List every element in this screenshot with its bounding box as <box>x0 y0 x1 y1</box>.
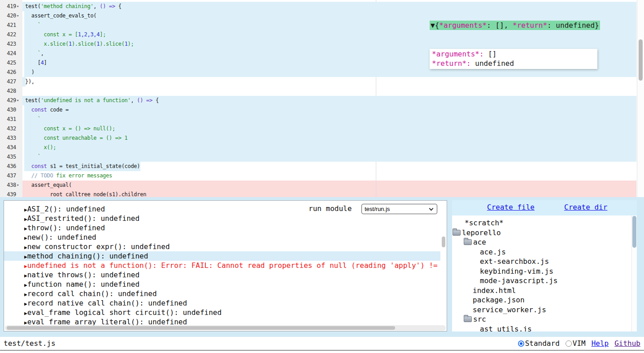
token: ]; <box>100 31 106 38</box>
create-dir-button[interactable]: Create dir <box>564 203 607 211</box>
tree-item-ast-utils-js[interactable]: ast_utils.js <box>452 324 637 332</box>
code-line-427[interactable]: }), <box>25 77 644 86</box>
token: : [], <box>487 21 513 30</box>
file-tree[interactable]: *scratch*leporelloaceace.jsext-searchbox… <box>452 215 637 331</box>
code-line-431[interactable]: ` <box>25 115 644 124</box>
calltree-item-label: undefined is not a function(): Error: FA… <box>27 261 438 270</box>
tree-item-mode-javascript-js[interactable]: mode-javascript.js <box>452 276 637 286</box>
code-line-436[interactable]: const s1 = test_initial_state(code) <box>25 162 644 171</box>
code-line-430[interactable]: const code = <box>25 105 644 115</box>
line-number: 426 <box>0 68 16 77</box>
calltree-hscrollbar[interactable] <box>5 325 446 331</box>
expand-arrow-icon[interactable]: ▶ <box>24 254 27 260</box>
expand-arrow-icon[interactable]: ▶ <box>24 226 27 232</box>
github-link[interactable]: Github <box>614 339 640 348</box>
tree-item-package-json[interactable]: package.json <box>452 295 637 305</box>
code-line-429[interactable]: test('undefined is not a function', () =… <box>25 96 644 105</box>
tree-item-label: src <box>473 314 486 324</box>
token: ); <box>128 41 134 47</box>
value-tooltip-header[interactable]: ▼{*arguments*: [], *return*: undefined} <box>430 21 600 30</box>
expand-arrow-icon[interactable]: ▶ <box>24 263 27 269</box>
token: const unreachable = () => 1 <box>25 135 128 141</box>
tree-item-src[interactable]: src <box>452 314 637 324</box>
tree-item-keybinding-vim-js[interactable]: keybinding-vim.js <box>452 267 637 276</box>
code-line-433[interactable]: const unreachable = () => 1 <box>25 133 644 143</box>
token: code = <box>47 107 68 113</box>
calltree-item[interactable]: ▶method chaining(): undefined <box>4 251 440 261</box>
tree-item-leporello[interactable]: leporello <box>452 228 637 238</box>
expand-arrow-icon[interactable]: ▶ <box>24 245 27 250</box>
tree-item-ace[interactable]: ace <box>452 237 637 247</box>
code-line-439[interactable]: root_calltree_node(s1).children <box>25 190 644 197</box>
create-file-button[interactable]: Create file <box>487 203 535 211</box>
help-link[interactable]: Help <box>592 339 609 348</box>
token: , <box>93 3 100 9</box>
calltree-item[interactable]: ▶eval_frame logical short circuit(): und… <box>4 308 440 317</box>
calltree-item-label: new(): undefined <box>27 233 96 241</box>
expand-arrow-icon[interactable]: ▶ <box>24 301 27 307</box>
calltree-item[interactable]: ▶record native call chain(): undefined <box>4 298 440 308</box>
calltree-item[interactable]: ▶throw(): undefined <box>4 223 440 232</box>
calltree-item[interactable]: ▶undefined is not a function(): Error: F… <box>4 261 440 270</box>
tree-item-label: ace <box>473 237 486 247</box>
expand-arrow-icon[interactable]: ▶ <box>24 273 27 279</box>
fold-arrow-icon[interactable]: ▾ <box>17 2 22 11</box>
tree-item-label: keybinding-vim.js <box>480 267 553 276</box>
token: 'method chaining' <box>41 3 94 9</box>
token: // TODO <box>25 172 56 179</box>
code-line-435[interactable]: ` <box>25 152 644 162</box>
tree-item-service-worker-js[interactable]: service_worker.js <box>452 305 637 315</box>
mode-vim-option[interactable]: VIM <box>566 339 586 348</box>
line-number: 422 <box>0 30 16 39</box>
line-number: 421 <box>0 21 16 30</box>
tooltip-row: *return*: undefined <box>432 59 597 68</box>
expand-arrow-icon[interactable]: ▶ <box>24 216 27 222</box>
calltree-vscrollbar-thumb[interactable] <box>442 237 445 247</box>
calltree-item-label: ASI_restrited(): undefined <box>27 214 139 223</box>
editor-scrollbar[interactable] <box>637 0 644 197</box>
tree-item-index-html[interactable]: index.html <box>452 286 637 296</box>
fold-arrow-icon[interactable]: ▾ <box>17 11 22 21</box>
calltree-hscrollbar-thumb[interactable] <box>7 326 395 330</box>
expand-arrow-icon[interactable]: ▶ <box>24 310 27 316</box>
fold-arrow-icon[interactable]: ▾ <box>17 181 22 190</box>
tree-item-label: service_worker.js <box>473 305 546 314</box>
expand-arrow-icon[interactable]: ▶ <box>24 282 27 288</box>
calltree-item-label: record native call chain(): undefined <box>27 299 187 307</box>
calltree-panel[interactable]: ▶ASI_2(): undefined▶ASI_restrited(): und… <box>4 200 447 331</box>
calltree-item[interactable]: ▶function name(): undefined <box>4 280 440 289</box>
tree-item-ace-js[interactable]: ace.js <box>452 247 637 257</box>
tree-item-label: ast_utils.js <box>480 324 532 331</box>
calltree-item[interactable]: ▶native throws(): undefined <box>4 270 440 280</box>
token: : undefined} <box>547 21 599 30</box>
code-line-432[interactable]: const x = () => null(); <box>25 124 644 133</box>
expand-arrow-icon[interactable]: ▶ <box>24 292 27 297</box>
token: ).slice( <box>100 41 124 47</box>
calltree-item[interactable]: ▶record call chain(): undefined <box>4 289 440 298</box>
token: [ <box>25 60 41 66</box>
radio-standard-icon[interactable] <box>518 340 524 347</box>
run-module-select[interactable]: test/run.js <box>361 204 437 214</box>
fold-arrow-icon[interactable]: ▾ <box>17 96 22 105</box>
token: *return*: <box>432 59 471 68</box>
mode-standard-option[interactable]: Standard <box>518 339 560 348</box>
calltree-item[interactable]: ▶new constructor expr(): undefined <box>4 242 440 251</box>
radio-vim-icon[interactable] <box>566 340 572 347</box>
tree-item--scratch-[interactable]: *scratch* <box>452 218 637 228</box>
tree-item-ext-searchbox-js[interactable]: ext-searchbox.js <box>452 257 637 267</box>
value-tooltip: ▼{*arguments*: [], *return*: undefined} … <box>430 2 600 78</box>
token: x.slice( <box>25 41 69 47</box>
code-line-428[interactable] <box>25 86 644 96</box>
editor-scrollbar-thumb[interactable] <box>639 39 643 81</box>
code-line-438[interactable]: assert_equal( <box>25 181 644 190</box>
code-line-437[interactable]: // TODO fix error messages <box>25 171 644 181</box>
code-line-434[interactable]: x(); <box>25 143 644 152</box>
line-number: 419 <box>0 2 16 11</box>
files-scrollbar-thumb[interactable] <box>632 216 636 248</box>
files-scrollbar[interactable] <box>631 215 637 331</box>
token: ` <box>25 116 41 122</box>
expand-arrow-icon[interactable]: ▶ <box>24 207 27 213</box>
calltree-item[interactable]: ▶ASI_restrited(): undefined <box>4 214 440 223</box>
expand-arrow-icon[interactable]: ▶ <box>24 235 27 241</box>
calltree-item[interactable]: ▶new(): undefined <box>4 232 440 242</box>
